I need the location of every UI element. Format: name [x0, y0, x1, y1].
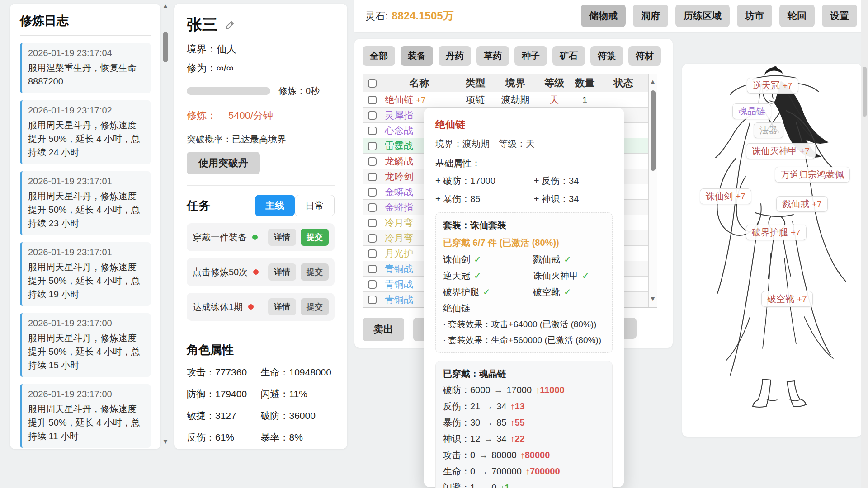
tooltip-item-meta: 境界：渡劫期 等级：天: [435, 138, 613, 150]
equipment-label-chip[interactable]: 诛仙剑+7: [700, 188, 751, 204]
use-breakthrough-pill-button[interactable]: 使用突破丹: [187, 152, 260, 174]
task-detail-button[interactable]: 详情: [268, 298, 296, 315]
row-checkbox[interactable]: [368, 296, 377, 304]
set-effect-list: · 套装效果：攻击+64000 (已激活 (80%))· 套装效果：生命+560…: [443, 319, 605, 346]
item-name: 月光护: [385, 248, 413, 258]
item-name: 绝仙链: [385, 94, 413, 105]
base-stat: + 暴伤：85: [435, 193, 534, 205]
set-member: 诛仙剑✓: [443, 253, 533, 266]
row-checkbox[interactable]: [368, 280, 377, 289]
stat-delta: ↑700000: [525, 466, 560, 476]
item-tooltip: 绝仙链 境界：渡劫期 等级：天 基础属性： + 破防：17000+ 反伤：34+…: [424, 108, 624, 487]
scroll-up-icon[interactable]: ▲: [649, 78, 657, 86]
filter-button[interactable]: 丹药: [439, 46, 471, 66]
compare-stat: 神识：12→34↑22: [443, 433, 605, 445]
scroll-down-icon[interactable]: ▼: [649, 295, 657, 303]
filter-button[interactable]: 装备: [401, 46, 433, 66]
log-scrollbar-thumb[interactable]: [163, 32, 168, 62]
equipment-label-chip[interactable]: 破界护腿+7: [746, 225, 807, 240]
task-detail-button[interactable]: 详情: [268, 263, 296, 281]
equipment-label-chip[interactable]: 戮仙戒+7: [776, 196, 828, 212]
filter-button[interactable]: 矿石: [552, 46, 585, 66]
speed-value: 5400/分钟: [228, 109, 273, 122]
log-entry-time: 2026-01-19 23:17:00: [28, 389, 145, 399]
row-checkbox[interactable]: [368, 188, 377, 197]
row-checkbox[interactable]: [368, 219, 377, 227]
table-scrollbar[interactable]: ▲ ▼: [648, 74, 657, 307]
set-member: 破界护腿✓: [443, 286, 533, 298]
item-name: 雷霆战: [385, 141, 413, 151]
stat-delta: ↑80000: [520, 450, 550, 460]
top-bar: 灵石: 8824.1505万 储物戒 洞府 历练区域 坊市 轮回 设置: [354, 0, 868, 32]
log-entry: 2026-01-19 23:17:00 服用周天星斗丹，修炼速度提升 50%，延…: [20, 384, 151, 448]
nav-button[interactable]: 轮回: [779, 5, 815, 27]
row-checkbox[interactable]: [368, 203, 377, 212]
col-status: 状态: [599, 76, 648, 90]
set-member-list: 诛仙剑✓ 戮仙戒✓ 逆天冠✓ 诛仙灭神甲✓ 破界护腿✓ 破空靴✓ 绝仙链✓: [443, 253, 605, 314]
equipment-label-chip[interactable]: 万道归宗鸿蒙佩: [775, 167, 850, 183]
nav-button[interactable]: 坊市: [737, 5, 772, 27]
check-icon: ✓: [582, 271, 590, 281]
filter-button[interactable]: 符材: [628, 46, 661, 66]
row-checkbox[interactable]: [368, 157, 377, 166]
equipment-label-chip[interactable]: 法器: [754, 122, 783, 138]
scroll-up-icon[interactable]: ▲: [161, 2, 170, 10]
stat-delta: ↑55: [510, 418, 525, 427]
filter-button[interactable]: 符箓: [590, 46, 623, 66]
row-checkbox[interactable]: [368, 111, 377, 120]
nav-button[interactable]: 历练区域: [675, 5, 730, 27]
arrow-right-icon: →: [484, 418, 493, 427]
item-realm: 渡劫期: [493, 94, 538, 106]
table-row[interactable]: 绝仙链+7 项链 渡劫期 天 1: [363, 92, 657, 108]
item-enhance-level: +7: [416, 95, 426, 105]
nav-button[interactable]: 储物戒: [581, 5, 626, 27]
attributes-grid: 攻击：777360 生命：10948000 防御：179400 闪避：11% 敏…: [187, 366, 335, 449]
row-checkbox[interactable]: [368, 142, 377, 150]
equipment-label-chip[interactable]: 破空靴+7: [761, 291, 813, 307]
page-scrollbar[interactable]: [861, 0, 868, 488]
attribute-value: 闪避：11%: [261, 388, 335, 400]
task-tab[interactable]: 主线: [255, 195, 295, 216]
task-tab[interactable]: 日常: [295, 195, 335, 216]
log-entry-time: 2026-01-19 23:17:01: [28, 176, 145, 187]
filter-button[interactable]: 草药: [476, 46, 509, 66]
task-tabs: 主线 日常: [255, 195, 335, 216]
nav-button[interactable]: 设置: [822, 5, 857, 27]
row-checkbox[interactable]: [368, 173, 377, 181]
nav-button[interactable]: 洞府: [633, 5, 668, 27]
check-icon: ✓: [474, 254, 481, 264]
edit-name-icon[interactable]: [225, 19, 236, 30]
row-checkbox[interactable]: [368, 127, 377, 135]
log-entry-time: 2026-01-19 23:17:00: [28, 318, 145, 328]
row-checkbox[interactable]: [368, 249, 377, 258]
equipment-label-chip[interactable]: 诛仙灭神甲+7: [746, 143, 816, 159]
page-scrollbar-thumb[interactable]: [863, 67, 867, 117]
table-scrollbar-thumb[interactable]: [651, 90, 656, 171]
select-all-checkbox[interactable]: [368, 79, 377, 88]
row-checkbox[interactable]: [368, 234, 377, 243]
row-checkbox[interactable]: [368, 96, 377, 104]
arrow-right-icon: →: [484, 401, 493, 411]
breakthrough-probability-text: 突破概率：已达最高境界: [187, 133, 335, 145]
task-submit-button[interactable]: 提交: [301, 263, 329, 281]
set-member: 逆天冠✓: [443, 270, 533, 282]
equipment-label-chip[interactable]: 魂晶链: [732, 103, 771, 119]
nav-buttons: 储物戒 洞府 历练区域 坊市 轮回 设置: [581, 5, 857, 27]
tooltip-item-name: 绝仙链: [435, 118, 613, 131]
equipment-label-chip[interactable]: 逆天冠+7: [747, 78, 798, 94]
task-submit-button[interactable]: 提交: [301, 229, 329, 246]
task-submit-button[interactable]: 提交: [301, 298, 329, 315]
log-entry-text: 服用周天星斗丹，修炼速度提升 50%，延长 4 小时，总持续 24 小时: [28, 118, 145, 159]
scroll-down-icon[interactable]: ▼: [161, 437, 170, 446]
item-name: 龙鳞战: [385, 156, 413, 166]
filter-button[interactable]: 种子: [514, 46, 547, 66]
log-entry-text: 服用周天星斗丹，修炼速度提升 50%，延长 4 小时，总持续 19 小时: [28, 260, 145, 301]
row-checkbox[interactable]: [368, 265, 377, 273]
task-detail-button[interactable]: 详情: [268, 229, 296, 246]
sell-button[interactable]: 卖出: [363, 318, 404, 341]
col-qty: 数量: [571, 76, 599, 90]
tooltip-compare-box: 已穿戴：魂晶链 破防：6000→17000↑11000 反伤：21→34↑13 …: [435, 361, 613, 488]
log-scrollbar[interactable]: ▲ ▼: [161, 2, 170, 447]
filter-button[interactable]: 全部: [363, 46, 395, 66]
task-list: 穿戴一件装备 详情 提交 点击修炼50次 详情 提交 达成练体1期: [187, 223, 335, 321]
